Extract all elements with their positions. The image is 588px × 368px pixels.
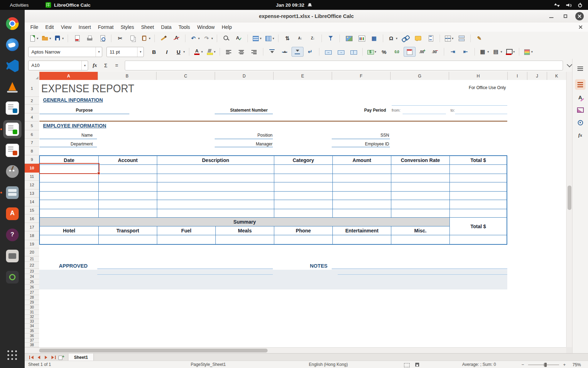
column-header-a[interactable]: A [39, 72, 98, 80]
underline-dropdown-arrow[interactable] [183, 50, 185, 54]
autofilter-button[interactable] [325, 33, 337, 43]
row-header-30[interactable]: 30 [25, 305, 39, 310]
cell[interactable] [40, 200, 98, 209]
cut-button[interactable]: ✂ [114, 33, 126, 43]
format-as-currency-dropdown-arrow[interactable] [375, 50, 376, 54]
summary-header-misc[interactable]: Misc. [391, 226, 449, 235]
cell[interactable] [332, 165, 391, 174]
expense-header-total[interactable]: Total $ [449, 156, 507, 164]
summary-total-cell[interactable]: Total $ [449, 218, 507, 235]
last-sheet-button[interactable] [50, 354, 57, 361]
column-header-f[interactable]: F [332, 72, 391, 80]
formula-equals-button[interactable]: = [112, 63, 121, 68]
zoom-slider[interactable] [528, 364, 559, 365]
split-window-button[interactable] [455, 33, 467, 43]
styles-deck-icon[interactable] [575, 92, 586, 102]
help-dock-button[interactable] [3, 226, 22, 244]
purpose-label[interactable]: Purpose [54, 108, 115, 113]
cell[interactable] [332, 182, 391, 191]
cell[interactable] [98, 182, 157, 191]
format-as-date-button[interactable] [404, 47, 416, 57]
row-header-17[interactable]: 17 [25, 223, 39, 231]
cell[interactable] [98, 165, 157, 174]
show-draw-functions-button[interactable]: ✎ [473, 33, 485, 43]
border-style-button[interactable]: ▤ [491, 47, 503, 57]
column-button[interactable] [263, 33, 275, 43]
add-decimal-place-button[interactable] [416, 47, 428, 57]
expense-header-account[interactable]: Account [98, 156, 157, 164]
general-information-heading[interactable]: GENERAL INFORMATION [43, 97, 103, 103]
row-header-23[interactable]: 23 [25, 269, 39, 274]
cell[interactable] [98, 235, 157, 244]
cell[interactable] [274, 165, 332, 174]
font-name-combobox[interactable]: Aptos Narrow [28, 47, 102, 57]
row-header-18[interactable]: 18 [25, 231, 39, 240]
conditional-formatting-button[interactable] [522, 47, 534, 57]
delete-decimal-place-button[interactable] [429, 47, 441, 57]
border-color-dropdown-arrow[interactable] [513, 50, 515, 54]
format-as-currency-button[interactable] [366, 47, 378, 57]
align-bottom-button[interactable] [292, 47, 304, 57]
export-pdf-button[interactable] [71, 33, 83, 43]
print-preview-button[interactable] [96, 33, 108, 43]
align-left-button[interactable] [223, 47, 235, 57]
font-size-combobox[interactable]: 11 pt [106, 47, 144, 57]
sort-descending-button[interactable]: Z↓ [307, 33, 319, 43]
row-header-27[interactable]: 27 [25, 290, 39, 295]
clock[interactable]: Jan 20 09:32 [276, 2, 312, 8]
headers-and-footers-button[interactable] [425, 33, 437, 43]
row-header-1[interactable]: 1 [25, 80, 39, 97]
cell[interactable] [274, 174, 332, 182]
page-style[interactable]: PageStyle_Sheet1 [191, 362, 226, 367]
row-header-5[interactable]: 5 [25, 121, 39, 130]
borders-dropdown-arrow[interactable] [488, 50, 489, 54]
column-header-j[interactable]: J [527, 72, 547, 80]
spreadsheet-area[interactable]: EXPENSE REPORT For Office Use Only GENER… [39, 80, 566, 347]
sort-button[interactable]: ⇅ [281, 33, 293, 43]
zoom-out-button[interactable]: − [521, 362, 525, 367]
cell[interactable] [40, 235, 98, 244]
maximize-button[interactable] [561, 12, 570, 20]
row-header-11[interactable]: 11 [25, 173, 39, 181]
select-all-corner[interactable] [25, 72, 39, 80]
insert-hyperlink-button[interactable] [399, 33, 411, 43]
name-box[interactable]: A10 [28, 61, 88, 70]
undo-dropdown-arrow[interactable] [198, 37, 200, 40]
cell[interactable] [40, 209, 98, 217]
insert-comment-button[interactable] [412, 33, 424, 43]
cell[interactable] [157, 165, 274, 174]
ssn-label[interactable]: SSN [336, 133, 389, 138]
redo-button[interactable]: ↷ [202, 33, 214, 43]
sidebar-settings-icon[interactable] [575, 63, 586, 74]
italic-button[interactable]: I [161, 47, 173, 57]
close-button[interactable] [575, 12, 584, 20]
employee-information-heading[interactable]: EMPLOYEE INFORMATION [43, 123, 106, 129]
paste-dropdown-arrow[interactable] [149, 37, 151, 40]
cell[interactable] [449, 200, 507, 209]
cell[interactable] [391, 209, 449, 217]
cell[interactable] [449, 209, 507, 217]
column-header-k[interactable]: K [547, 72, 566, 80]
column-header-h[interactable]: H [449, 72, 508, 80]
sheet-title[interactable]: EXPENSE REPORT [41, 82, 134, 95]
row-header-6[interactable]: 6 [25, 130, 39, 139]
row-header-19[interactable]: 19 [25, 240, 39, 248]
center-vertically-button[interactable] [279, 47, 291, 57]
name-label[interactable]: Name [39, 133, 93, 138]
notes-label[interactable]: NOTES [274, 263, 327, 269]
row-header-37[interactable]: 37 [25, 338, 39, 343]
utility-dock-button[interactable] [3, 247, 22, 265]
cell[interactable] [40, 192, 98, 200]
menu-file[interactable]: File [27, 24, 42, 31]
cell[interactable] [98, 200, 157, 209]
cell[interactable] [40, 174, 98, 182]
cell[interactable] [274, 235, 332, 244]
employee-id-label[interactable]: Employee ID [336, 142, 389, 146]
row-header-10[interactable]: 10 [25, 164, 39, 173]
cell[interactable] [391, 182, 449, 191]
highlighting-color-button[interactable] [205, 47, 217, 57]
row-header-7[interactable]: 7 [25, 139, 39, 147]
open-file-button[interactable] [40, 33, 52, 43]
menu-sheet[interactable]: Sheet [137, 24, 158, 31]
find-and-replace-button[interactable] [220, 33, 232, 43]
